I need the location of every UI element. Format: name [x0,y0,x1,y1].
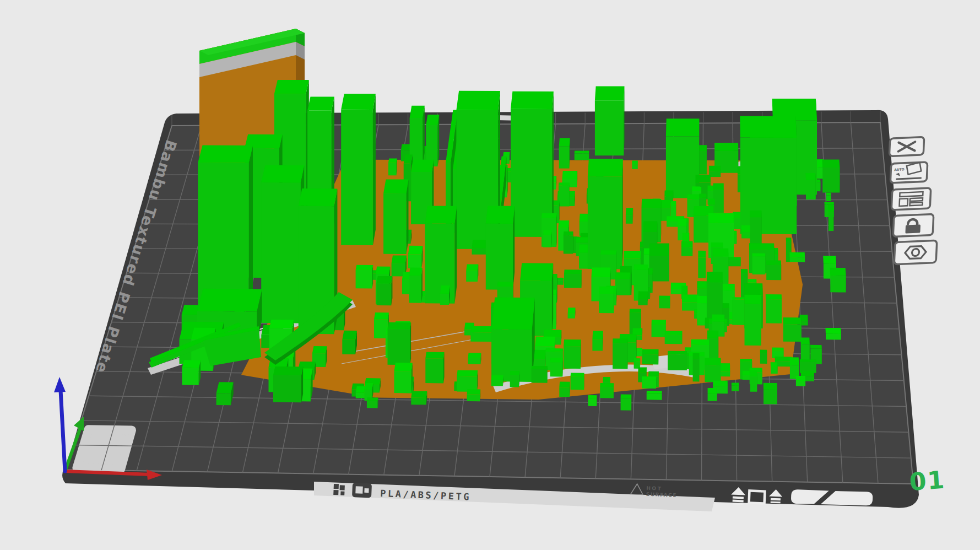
plate-control-auto-orient[interactable]: AUTO [890,162,927,183]
plate-control-arrange-plate[interactable] [891,188,931,210]
brand-logo-icon [352,483,372,498]
plate-control-plate-settings[interactable] [894,240,937,264]
plate-number-label: 01 [908,466,946,496]
plate-control-lock-plate[interactable] [893,214,934,236]
plate-control-delete-plate[interactable] [889,137,924,157]
svg-text:AUTO: AUTO [894,167,905,171]
viewport-3d[interactable]: Bambu Textured PEI Plate PLA/ABS/PETG HO… [0,0,980,550]
hot-label: HOT [646,486,662,492]
plate-corner-pad [77,429,132,468]
